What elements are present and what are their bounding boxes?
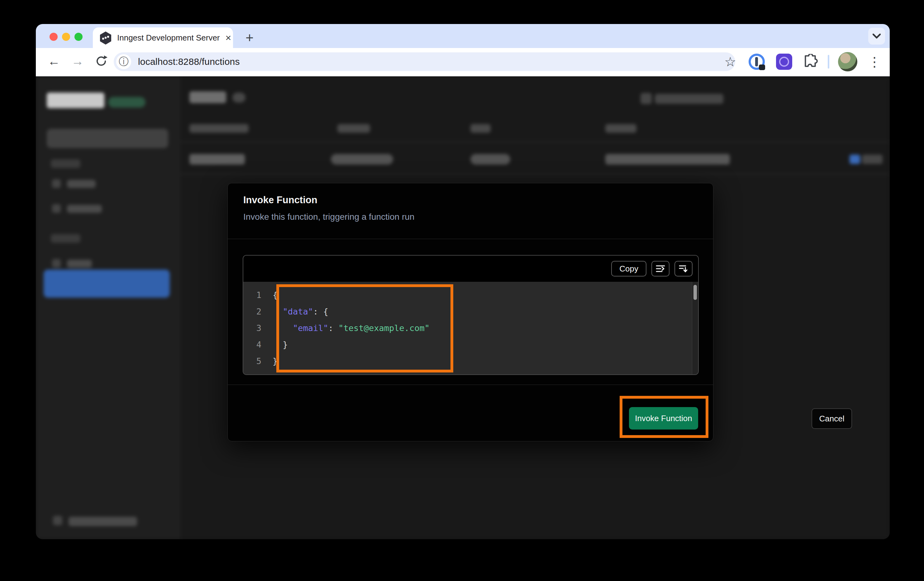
browser-tab[interactable]: Inngest Development Server × [93, 27, 233, 48]
word-wrap-icon-button[interactable] [652, 261, 670, 276]
tab-close-icon[interactable]: × [226, 33, 231, 43]
reload-button[interactable] [92, 52, 110, 70]
table-row-divider [180, 174, 890, 175]
col-header-app [470, 124, 491, 133]
inngest-logo [47, 93, 104, 108]
line-number: 3 [243, 323, 261, 333]
tab-title: Inngest Development Server [117, 33, 220, 43]
annotation-box-invoke [620, 396, 708, 438]
line-number: 1 [243, 290, 261, 300]
forward-button[interactable]: → [69, 52, 86, 70]
browser-window: Inngest Development Server × + ← → ⓘ loc… [36, 24, 890, 539]
annotation-box-editor [276, 284, 453, 372]
sidebar-item[interactable] [67, 260, 92, 268]
extensions-puzzle-icon[interactable] [804, 54, 818, 70]
sidebar-section-label [51, 159, 80, 168]
editor-toolbar: Copy [243, 256, 698, 282]
toolbar-separator [828, 55, 829, 69]
line-number: 4 [243, 340, 261, 349]
editor-scrollbar-track[interactable] [692, 282, 698, 374]
sidebar-item[interactable] [67, 180, 96, 188]
modal-title: Invoke Function [243, 194, 317, 206]
sidebar-search-input[interactable] [47, 129, 168, 148]
expand-content-icon-button[interactable] [675, 261, 693, 276]
bookmark-star-icon[interactable]: ☆ [724, 54, 736, 70]
line-number: 2 [243, 307, 261, 316]
sidebar-section-label [51, 234, 80, 243]
export-functions-button[interactable] [655, 94, 723, 104]
fullscreen-window-button[interactable] [74, 33, 82, 41]
modal-subtitle: Invoke this function, triggering a funct… [243, 212, 414, 222]
toolbar-right-icons: ☆ ⋮ [724, 52, 890, 71]
sidebar-item[interactable] [67, 205, 102, 213]
dev-server-badge [108, 97, 145, 108]
site-info-icon[interactable]: ⓘ [116, 54, 131, 69]
invoke-function-modal: Invoke Function Invoke this function, tr… [228, 183, 713, 441]
close-window-button[interactable] [50, 33, 58, 41]
col-header-app-url [605, 124, 637, 133]
col-header-function-name [190, 124, 249, 133]
new-tab-button[interactable]: + [241, 30, 257, 46]
password-manager-extension-icon[interactable] [749, 54, 765, 70]
export-icon [640, 93, 652, 104]
purple-extension-icon[interactable] [776, 54, 792, 70]
function-name-cell[interactable] [190, 154, 245, 165]
feedback-icon [53, 516, 62, 525]
sidebar-item-icon [52, 179, 61, 188]
browser-menu-icon[interactable]: ⋮ [868, 54, 881, 70]
address-bar[interactable]: ⓘ localhost:8288/functions [114, 52, 735, 71]
tab-search-chevron-button[interactable] [868, 28, 885, 45]
app-sidebar [36, 76, 180, 539]
inngest-favicon-icon [100, 31, 112, 44]
invoke-row-button[interactable] [862, 155, 883, 164]
app-url-cell [605, 154, 730, 165]
col-header-triggers [337, 124, 370, 133]
sidebar-item-icon [52, 259, 61, 268]
back-button[interactable]: ← [45, 52, 63, 70]
minimize-window-button[interactable] [62, 33, 70, 41]
sidebar-feedback-item[interactable] [69, 517, 137, 526]
editor-scrollbar-thumb[interactable] [693, 285, 697, 300]
trigger-badge [331, 154, 393, 165]
profile-avatar[interactable] [838, 52, 857, 71]
browser-toolbar: ← → ⓘ localhost:8288/functions ☆ [36, 48, 890, 76]
cancel-button[interactable]: Cancel [812, 408, 852, 429]
function-count-badge [233, 93, 246, 103]
tab-strip: Inngest Development Server × + [36, 24, 890, 48]
sidebar-item-functions-selected[interactable] [44, 270, 170, 298]
sidebar-item-icon [52, 204, 61, 213]
modal-header-divider [228, 239, 713, 239]
table-header-divider [180, 142, 890, 142]
url-text: localhost:8288/functions [138, 56, 240, 67]
app-badge [470, 154, 510, 165]
page-title-functions [190, 91, 226, 103]
copy-button[interactable]: Copy [611, 261, 647, 276]
screen: Inngest Development Server × + ← → ⓘ loc… [0, 0, 924, 581]
line-number: 5 [243, 356, 261, 366]
invoke-row-icon[interactable] [850, 155, 860, 164]
